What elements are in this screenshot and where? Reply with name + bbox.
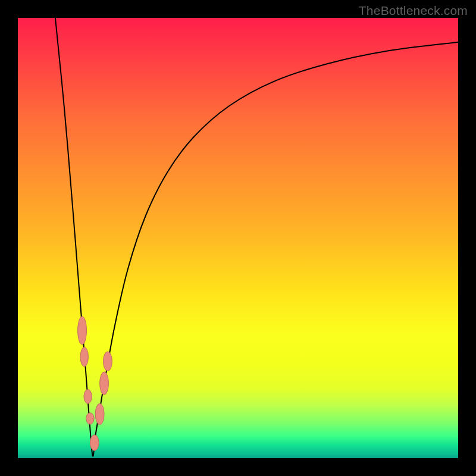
watermark-text: TheBottleneck.com	[359, 4, 468, 18]
bottleneck-curve	[55, 18, 458, 456]
data-marker	[104, 352, 112, 371]
data-marker	[90, 435, 99, 451]
chart-frame: TheBottleneck.com	[0, 0, 476, 476]
data-marker	[80, 347, 88, 367]
data-marker	[84, 390, 92, 404]
data-marker	[100, 372, 109, 394]
data-marker	[95, 403, 104, 425]
data-marker	[78, 317, 87, 345]
plot-area	[18, 18, 458, 458]
chart-svg	[18, 18, 458, 458]
data-marker	[86, 413, 94, 424]
